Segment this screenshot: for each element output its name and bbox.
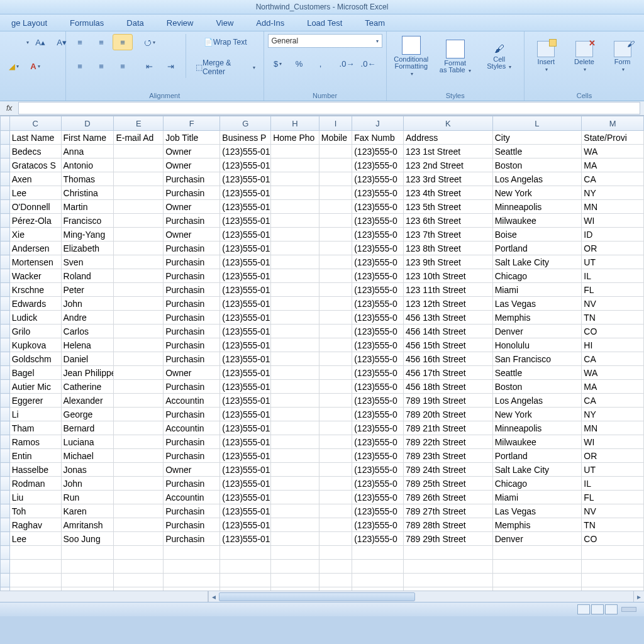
cell[interactable]: Owner (164, 366, 220, 380)
cell[interactable]: Purchasin (164, 518, 220, 532)
align-top-button[interactable]: ≡ (70, 34, 90, 50)
row-header[interactable] (1, 214, 10, 228)
row-header[interactable] (1, 242, 10, 255)
cell[interactable]: (123)555-0 (352, 186, 404, 200)
cell[interactable]: (123)555-0 (352, 297, 404, 311)
cell[interactable] (114, 574, 164, 587)
cell[interactable]: (123)555-0 (352, 172, 404, 186)
dropdown-icon[interactable]: ▾ (26, 40, 29, 45)
cell[interactable]: Purchasin (164, 172, 220, 186)
format-button[interactable]: Form▾ (604, 34, 640, 79)
ribbon-tab[interactable]: Add-Ins (245, 16, 296, 30)
cell[interactable]: 789 23th Street (404, 449, 493, 463)
cell[interactable] (271, 518, 319, 532)
cell[interactable]: New York (492, 408, 582, 421)
cell[interactable] (319, 200, 352, 214)
cell[interactable]: (123)555-0 (352, 449, 404, 463)
cell[interactable] (271, 172, 319, 186)
cell[interactable]: Purchasin (164, 325, 220, 338)
cell[interactable] (9, 560, 61, 574)
table-row[interactable] (1, 574, 644, 587)
table-row[interactable]: LiuRunAccountin(123)555-0100(123)555-078… (1, 491, 644, 504)
table-row[interactable]: LeeSoo JungPurchasin(123)555-0100(123)55… (1, 532, 644, 546)
cell[interactable]: 456 14th Street (404, 325, 493, 338)
cell[interactable]: (123)555-0 (352, 463, 404, 477)
cell[interactable]: Las Vegas (492, 297, 582, 311)
row-header[interactable] (1, 560, 10, 574)
cell[interactable] (271, 366, 319, 380)
cell[interactable]: 789 27th Street (404, 504, 493, 518)
column-header[interactable]: J (352, 116, 404, 131)
cell[interactable]: (123)555-0100 (220, 449, 271, 463)
cell[interactable] (114, 380, 164, 394)
ribbon-tab[interactable]: Load Test (296, 16, 353, 30)
row-header[interactable] (1, 131, 10, 145)
table-row[interactable]: BagelJean PhilippeOwner(123)555-0100(123… (1, 366, 644, 380)
cell[interactable] (61, 560, 114, 574)
cell[interactable] (319, 518, 352, 532)
row-header[interactable] (1, 158, 10, 172)
table-row[interactable]: EntinMichaelPurchasin(123)555-0100(123)5… (1, 449, 644, 463)
cell[interactable]: San Francisco (492, 352, 582, 366)
column-header[interactable]: I (319, 116, 352, 131)
cell[interactable]: First Name (61, 131, 114, 145)
cell[interactable]: CO (582, 532, 644, 546)
cell[interactable]: (123)555-0 (352, 421, 404, 435)
cell[interactable] (271, 435, 319, 449)
cell[interactable]: State/Provi (582, 131, 644, 145)
percent-format-button[interactable]: % (289, 55, 309, 72)
cell[interactable]: Seattle (492, 145, 582, 158)
cell[interactable] (271, 380, 319, 394)
ribbon-tab[interactable]: Formulas (58, 16, 115, 30)
cell[interactable]: Boise (492, 228, 582, 242)
table-row[interactable] (1, 546, 644, 560)
cell[interactable]: Accountin (164, 394, 220, 408)
cell[interactable] (271, 546, 319, 560)
cell[interactable] (220, 574, 271, 587)
cell[interactable] (114, 269, 164, 283)
ribbon-tab[interactable]: Team (353, 16, 396, 30)
accounting-format-button[interactable]: $▾ (268, 55, 288, 72)
cell[interactable]: Bernard (61, 421, 114, 435)
cell[interactable]: Las Vegas (492, 504, 582, 518)
cell[interactable]: Hasselbe (9, 463, 61, 477)
table-row[interactable]: ThamBernardAccountin(123)555-0100(123)55… (1, 421, 644, 435)
cell[interactable]: (123)555-0100 (220, 214, 271, 228)
cell[interactable] (114, 421, 164, 435)
cell[interactable] (271, 504, 319, 518)
cell[interactable] (319, 172, 352, 186)
table-row[interactable]: AndersenElizabethPurchasin(123)555-0100(… (1, 242, 644, 255)
cell[interactable]: George (61, 408, 114, 421)
cell[interactable]: TN (582, 518, 644, 532)
cell[interactable]: OR (582, 449, 644, 463)
row-header[interactable] (1, 283, 10, 297)
cell[interactable]: UT (582, 255, 644, 269)
cell[interactable]: Purchasin (164, 297, 220, 311)
cell[interactable]: UT (582, 463, 644, 477)
cell[interactable]: Soo Jung (61, 532, 114, 546)
cell[interactable]: (123)555-0 (352, 325, 404, 338)
cell[interactable]: Amritansh (61, 518, 114, 532)
cell[interactable]: Gratacos S (9, 158, 61, 172)
cell[interactable]: Purchasin (164, 214, 220, 228)
cell[interactable]: 123 11th Street (404, 283, 493, 297)
cell[interactable]: (123)555-0100 (220, 352, 271, 366)
cell[interactable]: Pérez-Ola (9, 214, 61, 228)
cell[interactable] (220, 560, 271, 574)
cell[interactable] (582, 560, 644, 574)
cell[interactable]: ID (582, 228, 644, 242)
cell[interactable]: (123)555-0 (352, 435, 404, 449)
cell[interactable]: Purchasin (164, 435, 220, 449)
cell[interactable]: (123)555-0100 (220, 145, 271, 158)
conditional-formatting-button[interactable]: ConditionalFormatting ▾ (391, 34, 432, 79)
cell[interactable] (271, 228, 319, 242)
cell[interactable]: (123)555-0100 (220, 380, 271, 394)
cell[interactable]: Owner (164, 463, 220, 477)
cell[interactable]: Purchasin (164, 449, 220, 463)
table-row[interactable]: GriloCarlosPurchasin(123)555-0100(123)55… (1, 325, 644, 338)
cell[interactable] (114, 394, 164, 408)
cell[interactable]: MA (582, 158, 644, 172)
row-header[interactable] (1, 435, 10, 449)
cell[interactable]: FL (582, 283, 644, 297)
cell[interactable]: 123 9th Street (404, 255, 493, 269)
